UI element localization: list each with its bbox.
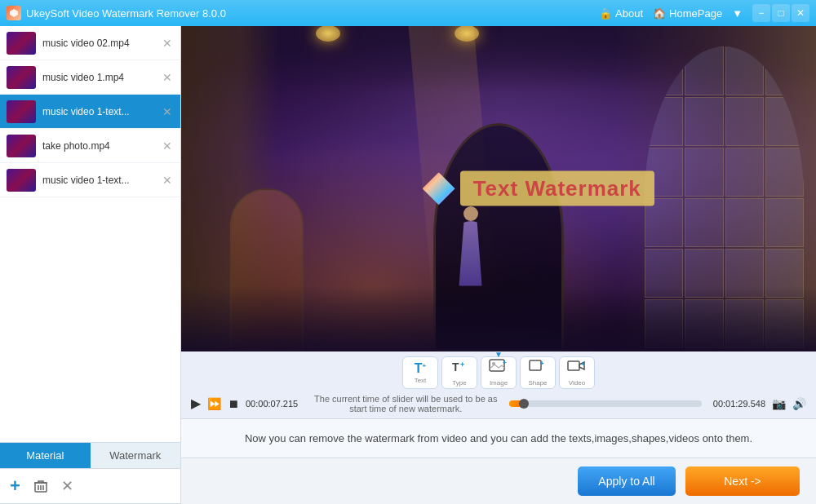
svg-rect-13 xyxy=(568,361,579,370)
progress-thumb[interactable] xyxy=(519,399,529,409)
about-nav-item[interactable]: 🔒 About xyxy=(599,7,643,20)
add-file-button[interactable]: + xyxy=(10,475,20,497)
home-icon: 🏠 xyxy=(653,7,666,20)
list-item[interactable]: music video 1-text... ✕ xyxy=(0,95,180,129)
add-type-watermark-button[interactable]: T + Type xyxy=(441,356,477,389)
window-controls: − □ ✕ xyxy=(752,4,809,22)
file-thumbnail xyxy=(7,135,36,157)
file-thumbnail xyxy=(7,66,36,89)
shape-watermark-icon: + xyxy=(528,358,548,378)
list-item[interactable]: music video 02.mp4 ✕ xyxy=(0,26,180,60)
tab-material[interactable]: Material xyxy=(0,443,91,468)
watermark-overlay[interactable]: Text Watermark xyxy=(423,171,654,206)
info-message: Now you can remove the watermark from vi… xyxy=(245,432,752,444)
nav-items: 🔒 About 🏠 HomePage ▼ xyxy=(599,7,743,20)
video-container: Text Watermark xyxy=(181,26,816,351)
app-title: UkeySoft Video Watermark Remover 8.0.0 xyxy=(26,7,599,20)
active-tool-indicator: ▼ xyxy=(494,350,503,359)
sidebar-toolbar: + ✕ xyxy=(0,469,180,504)
file-name: music video 1-text... xyxy=(42,175,154,186)
image-watermark-icon: + xyxy=(489,358,508,378)
file-name: music video 1-text... xyxy=(42,106,154,117)
svg-marker-0 xyxy=(10,9,18,17)
video-watermark-icon: + xyxy=(567,358,587,378)
add-text-watermark-button[interactable]: T+ Text xyxy=(402,356,438,389)
stop-button[interactable]: ⏹ xyxy=(228,397,239,410)
tabs-container: Material Watermark xyxy=(0,442,180,469)
titlebar: UkeySoft Video Watermark Remover 8.0.0 🔒… xyxy=(0,0,816,26)
dropdown-nav-item[interactable]: ▼ xyxy=(732,7,743,20)
window-pane xyxy=(685,198,723,247)
window-pane xyxy=(765,148,804,197)
current-time-display: 00:00:07.215 xyxy=(246,399,303,409)
file-thumbnail xyxy=(7,100,36,123)
file-remove-icon[interactable]: ✕ xyxy=(161,71,174,84)
tab-watermark[interactable]: Watermark xyxy=(91,443,181,468)
text-tool-label: Text xyxy=(415,377,427,384)
next-button[interactable]: Next -> xyxy=(685,466,800,496)
type-tool-label: Type xyxy=(452,379,466,387)
file-name: music video 02.mp4 xyxy=(42,38,154,49)
svg-text:+: + xyxy=(503,359,507,366)
list-item[interactable]: music video 1-text... ✕ xyxy=(0,163,180,197)
image-tool-label: Image xyxy=(490,379,508,387)
action-bar: Apply to All Next -> xyxy=(181,458,816,504)
window-pane xyxy=(725,148,764,197)
end-time-display: 00:01:29.548 xyxy=(708,399,765,409)
file-name: music video 1.mp4 xyxy=(42,72,154,83)
main-layout: music video 02.mp4 ✕ music video 1.mp4 ✕… xyxy=(0,26,816,504)
close-button[interactable]: ✕ xyxy=(792,4,809,22)
file-list: music video 02.mp4 ✕ music video 1.mp4 ✕… xyxy=(0,26,180,442)
svg-rect-11 xyxy=(530,360,541,370)
delete-file-button[interactable] xyxy=(33,479,48,493)
list-item[interactable]: music video 1.mp4 ✕ xyxy=(0,60,180,95)
shape-tool-label: Shape xyxy=(528,379,547,387)
window-pane xyxy=(685,148,723,197)
window-pane xyxy=(725,97,764,146)
minimize-button[interactable]: − xyxy=(752,4,770,22)
watermark-text: Text Watermark xyxy=(473,176,641,201)
lock-icon: 🔒 xyxy=(599,7,612,20)
watermark-diamond-icon xyxy=(423,172,455,205)
svg-text:T: T xyxy=(452,360,459,374)
watermark-text-box: Text Watermark xyxy=(460,171,654,206)
progress-bar[interactable] xyxy=(509,400,703,407)
list-item[interactable]: take photo.mp4 ✕ xyxy=(0,129,180,163)
file-remove-icon[interactable]: ✕ xyxy=(161,139,174,153)
volume-button[interactable]: 🔊 xyxy=(792,397,806,410)
type-watermark-icon: T + xyxy=(450,359,468,378)
add-image-watermark-button[interactable]: + Image xyxy=(481,356,517,389)
file-name: take photo.mp4 xyxy=(42,140,154,152)
window-pane xyxy=(725,198,764,247)
floor-gradient xyxy=(181,286,816,351)
file-thumbnail xyxy=(7,169,36,192)
clear-files-button[interactable]: ✕ xyxy=(61,477,73,495)
svg-text:+: + xyxy=(581,360,585,368)
chandelier-1 xyxy=(304,26,353,42)
window-pane xyxy=(765,198,804,247)
chandelier-body xyxy=(316,26,340,42)
add-shape-watermark-button[interactable]: + Shape xyxy=(520,356,556,389)
add-video-watermark-button[interactable]: + Video xyxy=(559,356,595,389)
homepage-label: HomePage xyxy=(669,7,722,20)
about-label: About xyxy=(615,7,643,20)
homepage-nav-item[interactable]: 🏠 HomePage xyxy=(653,7,722,20)
video-tool-label: Video xyxy=(569,379,585,387)
file-remove-icon[interactable]: ✕ xyxy=(161,105,174,118)
app-icon xyxy=(7,6,21,20)
timeline-hint-text: The current time of slider will be used … xyxy=(309,394,503,413)
screenshot-button[interactable]: 📷 xyxy=(772,397,786,410)
file-remove-icon[interactable]: ✕ xyxy=(161,174,174,187)
watermark-tools-row: ▼ T+ Text T + Type xyxy=(191,355,806,391)
sidebar: music video 02.mp4 ✕ music video 1.mp4 ✕… xyxy=(0,26,181,504)
figure-body xyxy=(455,221,487,286)
play-button[interactable]: ▶ xyxy=(191,396,201,411)
file-remove-icon[interactable]: ✕ xyxy=(161,37,174,50)
figure-silhouette xyxy=(455,221,487,286)
figure-head xyxy=(463,206,478,221)
timeline-row: ▶ ⏩ ⏹ 00:00:07.215 The current time of s… xyxy=(191,392,806,415)
maximize-button[interactable]: □ xyxy=(772,4,790,22)
svg-text:+: + xyxy=(540,360,544,367)
step-forward-button[interactable]: ⏩ xyxy=(207,397,221,410)
apply-to-all-button[interactable]: Apply to All xyxy=(578,466,676,496)
